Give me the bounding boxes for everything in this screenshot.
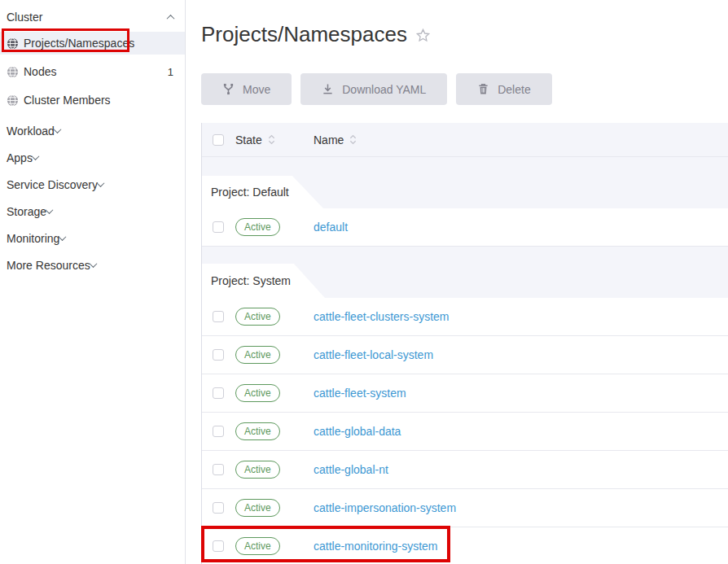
sidebar-section-label: More Resources bbox=[7, 259, 90, 272]
table-header-row: State Name bbox=[202, 123, 728, 157]
sidebar-section-apps[interactable]: Apps bbox=[0, 144, 185, 171]
group-tab-angle bbox=[292, 176, 323, 208]
sidebar-section-label: Workload bbox=[7, 125, 55, 138]
status-badge: Active bbox=[235, 218, 280, 235]
sidebar-section-label: Service Discovery bbox=[7, 178, 98, 191]
column-header-name[interactable]: Name bbox=[314, 133, 344, 146]
table-row: Active cattle-global-nt bbox=[202, 451, 728, 489]
chevron-down-icon bbox=[89, 260, 97, 268]
move-button[interactable]: Move bbox=[201, 73, 292, 105]
download-yaml-button-label: Download YAML bbox=[342, 83, 426, 96]
page-header: Projects/Namespaces bbox=[201, 20, 728, 49]
trash-icon bbox=[477, 83, 489, 95]
page-title: Projects/Namespaces bbox=[201, 22, 407, 47]
sidebar: Cluster Projects/Namespaces Nodes 1 Clus… bbox=[0, 0, 186, 564]
select-all-checkbox[interactable] bbox=[213, 134, 224, 146]
chevron-down-icon bbox=[53, 125, 61, 133]
sidebar-section-label: Storage bbox=[7, 205, 46, 218]
sidebar-section-cluster[interactable]: Cluster bbox=[0, 7, 185, 28]
chevron-up-icon bbox=[167, 14, 175, 22]
sidebar-item-nodes[interactable]: Nodes 1 bbox=[0, 60, 185, 83]
sidebar-item-cluster-members[interactable]: Cluster Members bbox=[0, 89, 185, 111]
row-checkbox[interactable] bbox=[213, 502, 224, 514]
row-checkbox[interactable] bbox=[213, 387, 224, 399]
fork-icon bbox=[222, 83, 235, 95]
row-checkbox[interactable] bbox=[213, 540, 224, 552]
row-checkbox[interactable] bbox=[213, 349, 224, 361]
sidebar-item-label: Nodes bbox=[24, 65, 56, 78]
chevron-down-icon bbox=[97, 179, 105, 187]
chevron-down-icon bbox=[46, 206, 54, 214]
sidebar-section-label: Monitoring bbox=[7, 232, 59, 245]
chevron-down-icon bbox=[59, 233, 67, 241]
namespace-link[interactable]: cattle-monitoring-system bbox=[314, 540, 438, 553]
download-yaml-button[interactable]: Download YAML bbox=[300, 73, 447, 105]
row-checkbox[interactable] bbox=[213, 464, 224, 475]
row-checkbox[interactable] bbox=[213, 221, 224, 233]
globe-icon bbox=[7, 94, 19, 107]
star-outline-icon[interactable] bbox=[415, 28, 431, 43]
delete-button-label: Delete bbox=[498, 83, 530, 96]
sidebar-section-monitoring[interactable]: Monitoring bbox=[0, 225, 185, 251]
group-header-default: Project: Default bbox=[202, 157, 728, 208]
table-row: Active default bbox=[202, 208, 728, 247]
row-checkbox[interactable] bbox=[213, 311, 224, 322]
sidebar-section-label: Cluster bbox=[7, 11, 42, 24]
row-checkbox[interactable] bbox=[213, 426, 224, 437]
move-button-label: Move bbox=[243, 83, 270, 96]
toolbar: Move Download YAML Delete bbox=[201, 73, 728, 105]
namespace-link[interactable]: cattle-global-data bbox=[314, 425, 401, 438]
status-badge: Active bbox=[235, 346, 280, 363]
table-row: Active cattle-fleet-system bbox=[202, 374, 728, 413]
sidebar-item-label: Cluster Members bbox=[24, 94, 111, 107]
namespace-link[interactable]: cattle-fleet-system bbox=[314, 387, 406, 400]
sort-icon[interactable] bbox=[268, 134, 275, 145]
status-badge: Active bbox=[235, 308, 280, 325]
namespace-link[interactable]: cattle-fleet-clusters-system bbox=[314, 310, 449, 323]
app-root: Cluster Projects/Namespaces Nodes 1 Clus… bbox=[0, 0, 728, 564]
status-badge: Active bbox=[235, 537, 280, 554]
namespaces-table: State Name Project: Default Active defau… bbox=[201, 123, 728, 564]
sidebar-section-label: Apps bbox=[7, 151, 33, 164]
namespace-link[interactable]: default bbox=[314, 221, 348, 234]
sidebar-section-more-resources[interactable]: More Resources bbox=[0, 251, 185, 278]
sidebar-item-projects-namespaces[interactable]: Projects/Namespaces bbox=[0, 32, 185, 55]
table-row: Active cattle-fleet-clusters-system bbox=[202, 298, 728, 336]
status-badge: Active bbox=[235, 461, 280, 478]
sort-icon[interactable] bbox=[349, 134, 357, 145]
group-tab-label: Project: Default bbox=[202, 176, 292, 208]
globe-icon bbox=[7, 66, 19, 78]
sidebar-item-label: Projects/Namespaces bbox=[24, 37, 134, 50]
table-row-highlighted: Active cattle-monitoring-system bbox=[202, 527, 728, 564]
table-row: Active cattle-impersonation-system bbox=[202, 489, 728, 527]
download-icon bbox=[322, 83, 334, 95]
chevron-down-icon bbox=[31, 152, 39, 160]
sidebar-section-storage[interactable]: Storage bbox=[0, 198, 185, 225]
group-header-system: Project: System bbox=[202, 247, 728, 298]
delete-button[interactable]: Delete bbox=[456, 73, 551, 105]
group-tab-angle bbox=[294, 264, 325, 298]
status-badge: Active bbox=[235, 499, 280, 516]
table-row: Active cattle-global-data bbox=[202, 413, 728, 451]
status-badge: Active bbox=[235, 384, 280, 401]
nodes-count-badge: 1 bbox=[168, 66, 173, 78]
globe-icon bbox=[7, 37, 19, 50]
group-tab-label: Project: System bbox=[202, 264, 294, 298]
sidebar-section-service-discovery[interactable]: Service Discovery bbox=[0, 171, 185, 198]
namespace-link[interactable]: cattle-fleet-local-system bbox=[314, 348, 433, 361]
sidebar-section-workload[interactable]: Workload bbox=[0, 117, 185, 144]
table-row: Active cattle-fleet-local-system bbox=[202, 336, 728, 374]
namespace-link[interactable]: cattle-global-nt bbox=[314, 463, 388, 476]
column-header-state[interactable]: State bbox=[235, 133, 262, 146]
status-badge: Active bbox=[235, 422, 280, 439]
namespace-link[interactable]: cattle-impersonation-system bbox=[314, 501, 456, 514]
main-content: Projects/Namespaces Move Download YAML D… bbox=[186, 0, 728, 564]
